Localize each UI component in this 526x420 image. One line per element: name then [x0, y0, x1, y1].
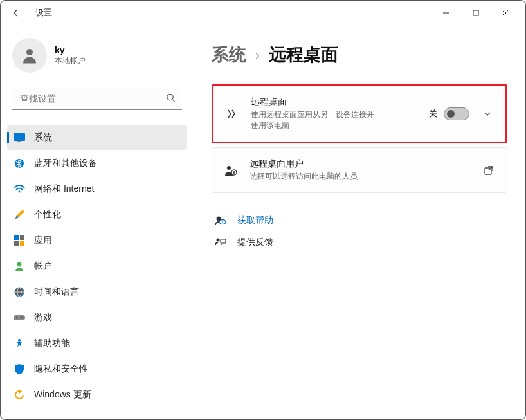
card-subtitle: 使用远程桌面应用从另一设备连接并使用该电脑: [251, 109, 379, 131]
chevron-right-icon: ›: [255, 48, 260, 62]
svg-point-15: [17, 262, 22, 267]
profile-subtitle: 本地帐户: [55, 55, 86, 66]
bluetooth-icon: [14, 158, 25, 169]
sidebar-item-personalization[interactable]: 个性化: [7, 203, 187, 227]
svg-point-30: [217, 239, 220, 242]
svg-rect-11: [14, 235, 19, 240]
chevron-down-icon[interactable]: [481, 109, 494, 118]
wifi-icon: [14, 183, 25, 195]
svg-rect-20: [14, 315, 25, 320]
link-label: 提供反馈: [237, 237, 273, 248]
svg-point-21: [16, 317, 17, 318]
brush-icon: [14, 209, 25, 221]
card-title: 远程桌面: [251, 96, 417, 108]
profile-name: ky: [55, 45, 86, 55]
breadcrumb: 系统 › 远程桌面: [212, 43, 507, 66]
search-input[interactable]: [12, 88, 182, 110]
shield-icon: [14, 363, 25, 375]
svg-rect-1: [473, 10, 478, 15]
globe-icon: [14, 286, 25, 298]
open-external-icon[interactable]: [482, 166, 495, 175]
sidebar-item-label: 辅助功能: [34, 338, 70, 349]
svg-rect-7: [14, 133, 25, 141]
svg-rect-31: [221, 239, 226, 243]
nav-list: 系统 蓝牙和其他设备 网络和 Internet: [1, 120, 194, 419]
sidebar-item-time[interactable]: 时间和语言: [7, 280, 187, 304]
svg-point-4: [26, 49, 33, 55]
sidebar-item-accessibility[interactable]: 辅助功能: [7, 331, 187, 356]
apps-icon: [14, 235, 25, 246]
remote-desktop-toggle[interactable]: [444, 107, 469, 120]
users-icon: [224, 164, 238, 177]
svg-rect-13: [14, 241, 19, 246]
sidebar-item-label: 游戏: [34, 312, 52, 324]
sidebar-item-label: 个性化: [34, 209, 61, 221]
breadcrumb-parent[interactable]: 系统: [212, 43, 246, 66]
minimize-button[interactable]: [431, 3, 461, 23]
svg-rect-12: [20, 235, 24, 240]
svg-point-22: [21, 317, 23, 318]
titlebar: 设置: [1, 1, 525, 25]
remote-desktop-row[interactable]: 远程桌面 使用远程桌面应用从另一设备连接并使用该电脑 关: [213, 86, 505, 142]
window-controls: [431, 3, 520, 23]
sidebar-item-label: 隐私和安全性: [34, 363, 88, 375]
sidebar-item-bluetooth[interactable]: 蓝牙和其他设备: [7, 151, 187, 176]
search-box[interactable]: [12, 88, 182, 110]
search-icon: [166, 93, 176, 105]
give-feedback-link[interactable]: 提供反馈: [212, 232, 507, 253]
card-subtitle: 选择可以远程访问此电脑的人员: [249, 171, 471, 182]
sidebar-item-label: 蓝牙和其他设备: [34, 158, 97, 169]
system-icon: [14, 132, 25, 143]
accounts-icon: [14, 260, 25, 272]
sidebar-item-gaming[interactable]: 游戏: [7, 306, 187, 330]
sidebar-item-label: Windows 更新: [34, 389, 91, 401]
footer-links: ? 获取帮助 提供反馈: [212, 210, 507, 253]
accessibility-icon: [14, 338, 25, 349]
sidebar-item-label: 帐户: [34, 260, 52, 272]
app-title: 设置: [35, 8, 52, 19]
sidebar-item-apps[interactable]: 应用: [7, 228, 187, 253]
help-icon: ?: [214, 215, 227, 226]
get-help-link[interactable]: ? 获取帮助: [212, 210, 507, 232]
settings-window: 设置 ky 本地帐户: [0, 0, 526, 420]
toggle-state-label: 关: [429, 108, 437, 120]
avatar: [12, 38, 47, 73]
update-icon: [14, 389, 25, 401]
main-content: 系统 › 远程桌面 远程桌面 使用远程桌面应用从另一设备连接并使用该电脑 关: [194, 25, 525, 419]
remote-desktop-card: 远程桌面 使用远程桌面应用从另一设备连接并使用该电脑 关: [212, 84, 507, 143]
sidebar-item-network[interactable]: 网络和 Internet: [7, 177, 187, 201]
profile-block[interactable]: ky 本地帐户: [1, 38, 194, 88]
svg-rect-8: [17, 141, 21, 142]
remote-desktop-icon: [225, 107, 239, 120]
svg-rect-14: [20, 241, 24, 246]
svg-line-6: [172, 100, 175, 102]
sidebar-item-label: 网络和 Internet: [34, 183, 94, 195]
card-title: 远程桌面用户: [249, 158, 471, 170]
sidebar-item-update[interactable]: Windows 更新: [7, 383, 187, 407]
sidebar-item-label: 系统: [34, 132, 52, 143]
back-button[interactable]: [6, 3, 26, 23]
svg-point-23: [18, 339, 21, 342]
feedback-icon: [214, 237, 227, 248]
sidebar-item-label: 应用: [34, 235, 52, 246]
link-label: 获取帮助: [237, 215, 273, 226]
svg-point-5: [167, 94, 173, 100]
remote-users-row[interactable]: 远程桌面用户 选择可以远程访问此电脑的人员: [212, 148, 507, 192]
sidebar-item-label: 时间和语言: [34, 286, 79, 298]
remote-users-card: 远程桌面用户 选择可以远程访问此电脑的人员: [212, 147, 507, 193]
breadcrumb-current: 远程桌面: [269, 43, 338, 66]
close-button[interactable]: [491, 3, 520, 23]
sidebar-item-privacy[interactable]: 隐私和安全性: [7, 357, 187, 381]
maximize-button[interactable]: [461, 3, 491, 23]
svg-point-24: [227, 166, 231, 170]
svg-point-10: [19, 191, 21, 193]
sidebar: ky 本地帐户 系统: [1, 25, 194, 419]
sidebar-item-accounts[interactable]: 帐户: [7, 254, 187, 278]
svg-text:?: ?: [222, 220, 224, 224]
sidebar-item-system[interactable]: 系统: [7, 125, 187, 150]
gamepad-icon: [14, 312, 25, 324]
